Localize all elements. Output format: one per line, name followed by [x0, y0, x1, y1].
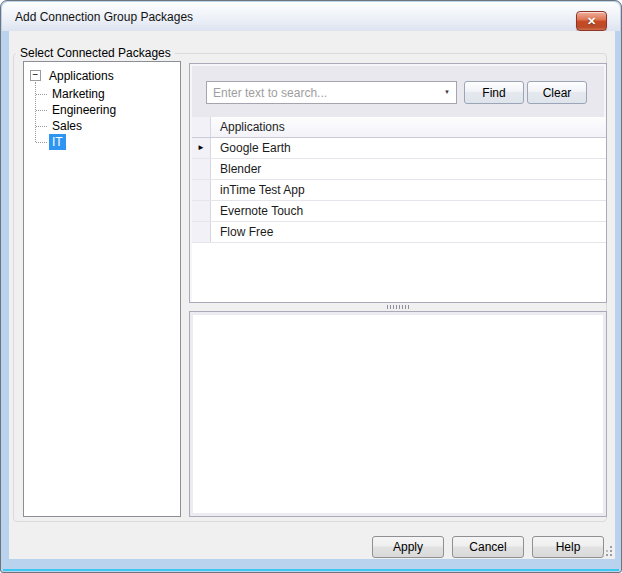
tree-connector-line [36, 94, 47, 95]
column-header-applications[interactable]: Applications [211, 117, 606, 137]
title-bar[interactable]: Add Connection Group Packages ✕ [2, 2, 620, 31]
row-selector-cell[interactable] [192, 159, 211, 179]
table-row[interactable]: ► Google Earth [192, 138, 606, 159]
splitter-grip-icon [408, 305, 409, 309]
tree-item-engineering[interactable]: Engineering [49, 102, 119, 118]
packages-panel: ▼ Find Clear Applications ► Google Earth [189, 63, 607, 303]
package-name-cell[interactable]: Google Earth [211, 138, 606, 158]
splitter-grip-icon [390, 305, 391, 309]
tree-expander-icon[interactable]: − [30, 70, 41, 81]
dialog-client-area: Select Connected Packages − Applications… [9, 31, 615, 559]
tree-connector-line [36, 142, 47, 143]
splitter-grip-icon [387, 305, 388, 309]
row-selector-cell[interactable] [192, 201, 211, 221]
group-box-label: Select Connected Packages [16, 46, 175, 60]
table-row[interactable]: Evernote Touch [192, 201, 606, 222]
package-name-cell[interactable]: Evernote Touch [211, 201, 606, 221]
cancel-button[interactable]: Cancel [452, 536, 524, 558]
package-group-tree[interactable]: − Applications Marketing Engineering Sal… [23, 61, 181, 517]
splitter-grip-icon [393, 305, 394, 309]
panel-splitter[interactable] [189, 303, 607, 311]
grid-header-row[interactable]: Applications [192, 117, 606, 138]
package-name-cell[interactable]: Flow Free [211, 222, 606, 242]
row-selector-cell[interactable]: ► [192, 138, 211, 158]
table-row[interactable]: inTime Test App [192, 180, 606, 201]
chevron-down-icon[interactable]: ▼ [438, 81, 456, 104]
window-title: Add Connection Group Packages [15, 10, 193, 24]
search-combo[interactable]: ▼ [206, 81, 457, 104]
apply-button[interactable]: Apply [372, 536, 444, 558]
package-name-cell[interactable]: inTime Test App [211, 180, 606, 200]
table-row[interactable]: Flow Free [192, 222, 606, 243]
clear-button[interactable]: Clear [527, 81, 587, 104]
tree-connector-line [36, 126, 47, 127]
selected-packages-panel [189, 311, 607, 517]
search-input[interactable] [207, 86, 438, 100]
splitter-grip-icon [405, 305, 406, 309]
window-bottom-accent [3, 569, 619, 571]
dialog-window: Add Connection Group Packages ✕ Select C… [0, 0, 622, 573]
find-button[interactable]: Find [464, 81, 524, 104]
tree-item-sales[interactable]: Sales [49, 118, 85, 134]
table-row[interactable]: Blender [192, 159, 606, 180]
splitter-grip-icon [399, 305, 400, 309]
tree-item-it[interactable]: IT [49, 134, 66, 150]
help-button[interactable]: Help [532, 536, 604, 558]
row-selector-cell[interactable] [192, 222, 211, 242]
row-selector-header-cell [192, 117, 211, 137]
close-button[interactable]: ✕ [576, 11, 607, 31]
tree-connector-line [35, 82, 36, 142]
resize-grip-icon[interactable] [601, 545, 612, 556]
tree-connector-line [36, 110, 47, 111]
row-selector-cell[interactable] [192, 180, 211, 200]
current-row-arrow-icon: ► [197, 144, 205, 152]
close-icon: ✕ [587, 16, 596, 27]
tree-root-applications[interactable]: Applications [47, 68, 116, 84]
tree-item-marketing[interactable]: Marketing [49, 86, 108, 102]
applications-grid: Applications ► Google Earth Blender [192, 117, 606, 302]
splitter-grip-icon [402, 305, 403, 309]
splitter-grip-icon [396, 305, 397, 309]
package-name-cell[interactable]: Blender [211, 159, 606, 179]
screenshot-stage: Add Connection Group Packages ✕ Select C… [0, 0, 622, 573]
